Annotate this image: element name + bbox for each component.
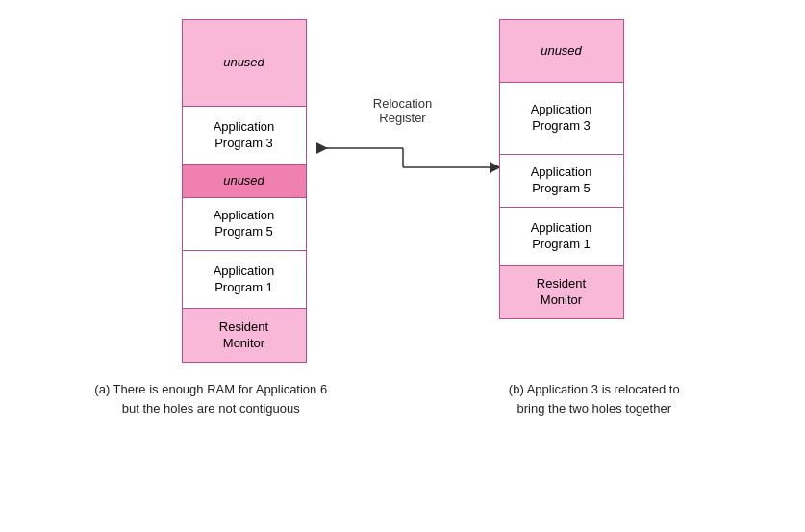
- relocation-label: Relocation Register: [373, 96, 432, 125]
- main-diagram-area: unused ApplicationProgram 3 unused Appli…: [29, 19, 776, 363]
- right-diagram: unused ApplicationProgram 3 ApplicationP…: [499, 19, 624, 319]
- right-app5: ApplicationProgram 5: [500, 155, 623, 208]
- left-app3: ApplicationProgram 3: [183, 107, 306, 165]
- left-app5: ApplicationProgram 5: [183, 198, 306, 251]
- right-caption: (b) Application 3 is relocated to bring …: [413, 380, 777, 418]
- caption-area: (a) There is enough RAM for Application …: [29, 380, 776, 418]
- relocation-arrow-svg: [307, 129, 499, 187]
- left-caption: (a) There is enough RAM for Application …: [29, 380, 393, 418]
- right-memory-column: unused ApplicationProgram 3 ApplicationP…: [499, 19, 624, 319]
- right-unused-top: unused: [500, 20, 623, 83]
- left-memory-column: unused ApplicationProgram 3 unused Appli…: [182, 19, 307, 363]
- right-app1: ApplicationProgram 1: [500, 208, 623, 266]
- relocation-arrow-area: Relocation Register: [307, 96, 499, 187]
- left-app1: ApplicationProgram 1: [183, 251, 306, 309]
- left-monitor: ResidentMonitor: [183, 309, 306, 362]
- left-unused-mid: unused: [183, 165, 306, 198]
- right-monitor: ResidentMonitor: [500, 266, 623, 318]
- right-app3: ApplicationProgram 3: [500, 83, 623, 155]
- left-diagram: unused ApplicationProgram 3 unused Appli…: [182, 19, 307, 363]
- left-unused-top: unused: [183, 20, 306, 107]
